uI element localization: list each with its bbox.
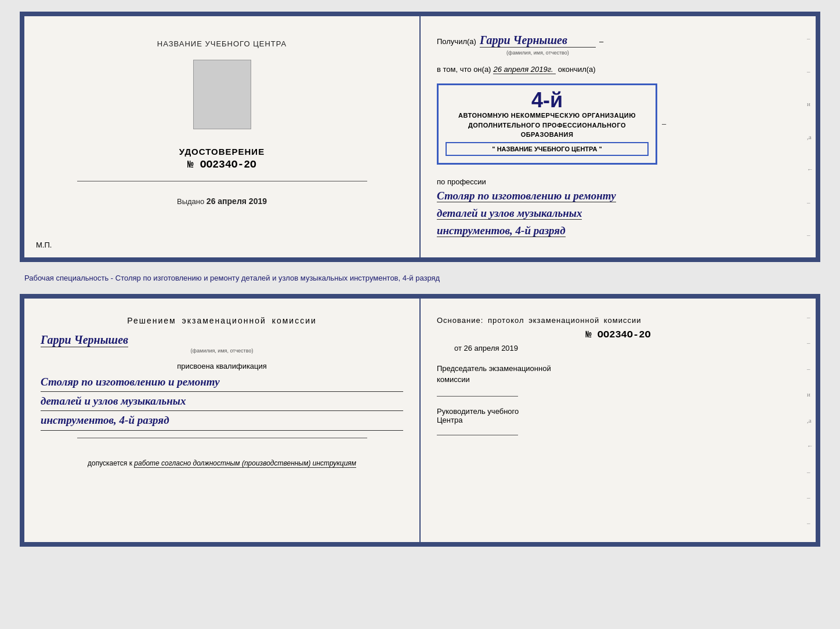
udostoverenie-number: № OO234O-2O <box>187 159 256 170</box>
right-edge-deco-bottom: – – – и ,а ← – – – <box>807 299 813 542</box>
prof-line2: деталей и узлов музыкальных <box>437 207 582 220</box>
predsedatel-sign-line <box>437 396 518 397</box>
poluchil-label: Получил(а) <box>437 37 476 46</box>
rukovoditel-sign-line <box>437 435 518 435</box>
prof-name-top: Столяр по изготовлению и ремонту деталей… <box>437 187 799 240</box>
bottom-doc-right: Основание: протокол экзаменационной коми… <box>421 299 816 542</box>
separator-text: Рабочая специальность - Столяр по изгото… <box>20 271 820 285</box>
osnovanie-label: Основание: протокол экзаменационной коми… <box>437 316 799 325</box>
predsedatel-line2: комиссии <box>437 375 470 384</box>
bottom-doc-left: Решением экзаменационной комиссии Гарри … <box>24 299 421 542</box>
top-document: НАЗВАНИЕ УЧЕБНОГО ЦЕНТРА УДОСТОВЕРЕНИЕ №… <box>20 12 820 262</box>
vtom-prefix: в том, что он(а) <box>437 65 491 74</box>
top-doc-left: НАЗВАНИЕ УЧЕБНОГО ЦЕНТРА УДОСТОВЕРЕНИЕ №… <box>24 16 421 257</box>
dopusk-italic: работе согласно должностным (производств… <box>134 459 356 468</box>
center-title-top: НАЗВАНИЕ УЧЕБНОГО ЦЕНТРА <box>157 39 287 48</box>
okonchil-label: окончил(а) <box>558 65 596 74</box>
person-name-bottom: Гарри Чернышев <box>41 333 128 347</box>
stamp-name: " НАЗВАНИЕ УЧЕБНОГО ЦЕНТРА " <box>446 142 649 156</box>
prof-line3: инструментов, 4-й разряд <box>437 224 566 237</box>
vtom-line: в том, что он(а) 26 апреля 2019г. окончи… <box>437 65 799 74</box>
kvalif-block: Столяр по изготовлению и ремонту деталей… <box>41 373 403 431</box>
separator-line-1 <box>77 181 367 181</box>
vydano-date: 26 апреля 2019 <box>207 197 267 206</box>
stamp-line1b: ДОПОЛНИТЕЛЬНОГО ПРОФЕССИОНАЛЬНОГО ОБРАЗО… <box>446 121 649 140</box>
rukovoditel-block: Руководитель учебного Центра <box>437 407 799 424</box>
stamp-box: 4-й АВТОНОМНУЮ НЕКОММЕРЧЕСКУЮ ОРГАНИЗАЦИ… <box>437 83 657 165</box>
kvalif-line1: Столяр по изготовлению и ремонту <box>41 373 403 392</box>
stamp-4y: 4-й <box>446 90 649 111</box>
separator-label: Рабочая специальность - Столяр по изгото… <box>24 274 440 282</box>
right-dash-1: – <box>662 119 666 128</box>
photo-placeholder <box>193 60 251 129</box>
fio-label-bottom: (фамилия, имя, отчество) <box>191 348 254 354</box>
ot-label: от <box>454 344 462 352</box>
mp-label: М.П. <box>36 241 52 249</box>
kvalif-line3: инструментов, 4-й разряд <box>41 411 403 430</box>
top-doc-right: Получил(а) Гарри Чернышев – (фамилия, им… <box>421 16 816 257</box>
protocol-number: № OO234O-2O <box>437 329 799 340</box>
udostoverenie-label: УДОСТОВЕРЕНИЕ <box>179 147 265 157</box>
bottom-document: Решением экзаменационной комиссии Гарри … <box>20 294 820 547</box>
rukovoditel-line1: Руководитель учебного <box>437 407 519 416</box>
kvalif-line2: деталей и узлов музыкальных <box>41 392 403 411</box>
right-edge-deco: – – и ,а ← – – <box>807 16 813 257</box>
vydano-line: Выдано 26 апреля 2019 <box>177 197 267 206</box>
predsedatel-line1: Председатель экзаменационной <box>437 364 551 373</box>
ot-date: 26 апреля 2019 <box>464 344 519 352</box>
dash-top: – <box>599 37 603 46</box>
predsedatel-block: Председатель экзаменационной комиссии <box>437 363 799 386</box>
dopusk-prefix: допускается к <box>88 459 132 467</box>
po-professii-label: по профессии <box>437 177 799 186</box>
fio-label-top: (фамилия, имя, отчество) <box>506 50 799 56</box>
separator-line-bottom <box>77 438 367 438</box>
rukovoditel-line2: Центра <box>437 416 462 424</box>
prof-line1: Столяр по изготовлению и ремонту <box>437 190 616 202</box>
ot-date-line: от 26 апреля 2019 <box>437 344 799 352</box>
vtom-date: 26 апреля 2019г. <box>493 65 555 74</box>
stamp-line1a: АВТОНОМНУЮ НЕКОММЕРЧЕСКУЮ ОРГАНИЗАЦИЮ <box>446 111 649 121</box>
recipient-name-top: Гарри Чернышев <box>480 34 596 48</box>
prisvoena-label: присвоена квалификация <box>177 362 267 370</box>
resheniem-title: Решением экзаменационной комиссии <box>127 316 317 325</box>
vydano-label: Выдано <box>177 197 204 206</box>
dopuskaetsya-line: допускается к работе согласно должностны… <box>88 459 356 467</box>
